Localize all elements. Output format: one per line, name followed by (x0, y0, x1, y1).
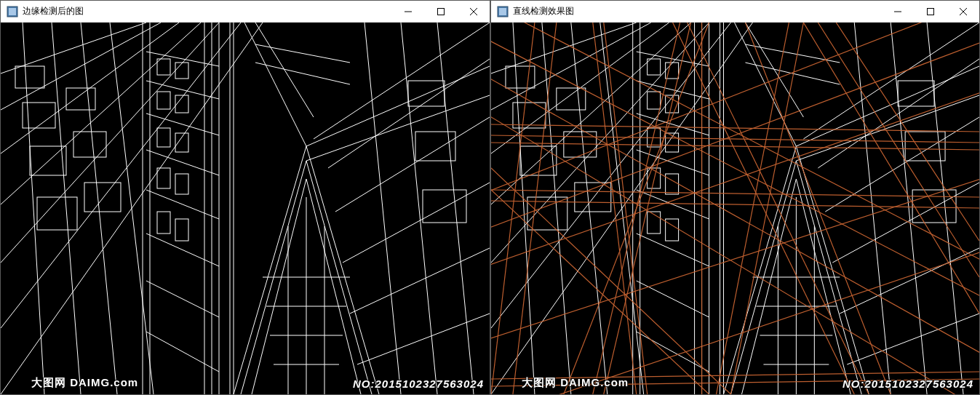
svg-line-153 (491, 124, 979, 132)
svg-rect-39 (175, 63, 188, 79)
svg-line-52 (306, 95, 490, 161)
svg-line-110 (637, 281, 709, 317)
svg-line-169 (604, 23, 691, 394)
svg-line-160 (491, 23, 979, 314)
minimize-icon (405, 8, 412, 15)
minimize-button-left[interactable] (391, 1, 424, 22)
svg-rect-119 (666, 174, 679, 194)
svg-rect-75 (499, 8, 506, 15)
titlebar-right[interactable]: 直线检测效果图 (491, 1, 979, 23)
svg-line-173 (564, 23, 709, 394)
maximize-button-right[interactable] (914, 1, 947, 22)
serial-number-right: NO:2015102327563024 (842, 378, 973, 390)
svg-line-88 (542, 23, 571, 394)
svg-line-158 (491, 95, 979, 394)
svg-line-36 (146, 281, 219, 317)
window-controls-left (391, 1, 490, 22)
svg-line-127 (803, 23, 979, 139)
svg-rect-40 (157, 92, 170, 109)
maximize-icon (927, 8, 934, 15)
window-line-detection: 直线检测效果图 (490, 0, 980, 395)
maximize-button-left[interactable] (424, 1, 457, 22)
close-button-right[interactable] (947, 1, 979, 22)
close-icon (470, 8, 477, 15)
svg-rect-91 (506, 66, 535, 88)
watermark-left: 大图网 DAIMG.com (31, 376, 138, 390)
svg-line-14 (52, 23, 81, 394)
window-controls-right (881, 1, 979, 22)
svg-rect-120 (648, 212, 661, 234)
svg-line-131 (840, 248, 979, 314)
svg-line-177 (803, 23, 979, 314)
svg-line-10 (1, 23, 219, 263)
svg-rect-43 (175, 133, 188, 152)
svg-rect-20 (37, 197, 77, 230)
image-canvas-right: 大图网 DAIMG.com NO:2015102327563024 (491, 23, 979, 394)
svg-rect-21 (66, 88, 95, 110)
svg-line-123 (735, 23, 797, 146)
svg-rect-38 (157, 59, 170, 75)
maximize-icon (437, 8, 445, 15)
svg-line-134 (891, 23, 927, 394)
svg-rect-77 (927, 8, 933, 15)
svg-rect-114 (648, 92, 661, 109)
svg-rect-42 (157, 128, 170, 147)
serial-number-left: NO:2015102327563024 (353, 378, 484, 390)
svg-rect-19 (30, 146, 66, 175)
svg-rect-46 (157, 212, 170, 234)
svg-rect-23 (84, 183, 121, 212)
close-icon (960, 8, 967, 15)
svg-line-111 (637, 332, 709, 372)
svg-rect-118 (648, 168, 661, 188)
svg-line-171 (673, 23, 855, 394)
svg-rect-95 (557, 88, 586, 110)
svg-line-60 (401, 23, 437, 394)
svg-line-157 (491, 201, 979, 208)
close-button-left[interactable] (457, 1, 490, 22)
titlebar-left[interactable]: 边缘检测后的图 (1, 1, 490, 23)
svg-line-87 (513, 23, 535, 394)
svg-line-62 (255, 44, 350, 63)
svg-line-57 (350, 248, 490, 314)
svg-line-167 (604, 23, 648, 394)
svg-rect-17 (15, 66, 44, 88)
svg-line-164 (491, 23, 535, 394)
svg-rect-22 (73, 132, 106, 157)
svg-rect-3 (437, 8, 444, 15)
svg-line-56 (343, 183, 490, 263)
window-title-left: 边缘检测后的图 (23, 5, 391, 17)
svg-rect-97 (575, 183, 611, 212)
svg-line-89 (571, 23, 607, 394)
svg-line-126 (796, 95, 979, 161)
svg-line-109 (637, 234, 709, 266)
svg-line-9 (1, 23, 201, 204)
svg-line-149 (491, 30, 979, 241)
svg-line-53 (314, 23, 490, 139)
svg-line-16 (110, 23, 154, 394)
svg-rect-93 (520, 146, 557, 175)
minimize-button-right[interactable] (881, 1, 914, 22)
svg-line-59 (364, 23, 401, 394)
window-edge-detection: 边缘检测后的图 (0, 0, 490, 395)
svg-line-13 (23, 23, 44, 394)
svg-rect-112 (648, 59, 661, 75)
svg-line-156 (491, 190, 979, 197)
svg-line-154 (491, 135, 979, 143)
svg-line-49 (244, 23, 306, 146)
svg-rect-47 (175, 219, 188, 241)
svg-line-37 (146, 332, 219, 372)
window-title-right: 直线检测效果图 (513, 5, 881, 17)
opencv-window-icon (7, 6, 18, 17)
svg-rect-1 (9, 8, 16, 15)
svg-line-155 (491, 143, 979, 150)
svg-line-35 (146, 234, 219, 266)
minimize-icon (894, 8, 901, 15)
opencv-window-icon (497, 6, 509, 17)
svg-line-15 (81, 23, 117, 394)
svg-rect-45 (175, 174, 188, 194)
image-canvas-left: 大图网 DAIMG.com NO:2015102327563024 (1, 23, 490, 394)
svg-rect-44 (157, 168, 170, 188)
watermark-right: 大图网 DAIMG.com (522, 376, 629, 390)
svg-rect-66 (423, 190, 466, 223)
svg-line-90 (600, 23, 644, 394)
